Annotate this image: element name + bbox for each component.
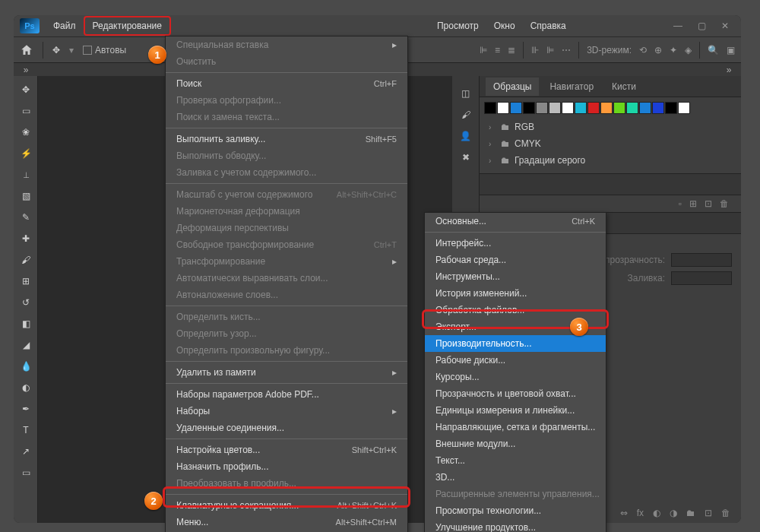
swatch[interactable]: [510, 102, 522, 114]
blur-tool-icon[interactable]: 💧: [14, 356, 38, 377]
folder-cmyk[interactable]: ›🖿CMYK: [484, 135, 736, 152]
folder-icon[interactable]: 🖿: [686, 508, 695, 518]
adjust-icon[interactable]: ◑: [670, 508, 677, 518]
marquee-tool-icon[interactable]: ▭: [14, 100, 38, 122]
panel-icon[interactable]: 🖌: [461, 109, 470, 120]
3d-icon[interactable]: ⊕: [654, 45, 662, 55]
filter-icon[interactable]: ⊞: [689, 198, 697, 209]
menu-item[interactable]: Обработка файлов...: [425, 302, 606, 318]
new-layer-icon[interactable]: ⊡: [705, 508, 712, 518]
menu-item[interactable]: Выполнить заливку...Shift+F5: [166, 131, 407, 147]
folder-grayscale[interactable]: ›🖿Градации серого: [484, 152, 736, 169]
search-icon[interactable]: 🔍: [708, 45, 719, 55]
folder-rgb[interactable]: ›🖿RGB: [484, 119, 736, 135]
swatch[interactable]: [549, 102, 561, 114]
menu-help[interactable]: Справка: [523, 15, 574, 36]
eyedropper-tool-icon[interactable]: ✎: [14, 207, 38, 228]
distribute-icon[interactable]: ⊫: [546, 45, 554, 55]
gradient-tool-icon[interactable]: ◢: [14, 334, 38, 356]
wand-tool-icon[interactable]: ⚡: [14, 143, 38, 164]
stamp-tool-icon[interactable]: ⊞: [14, 271, 38, 292]
menu-item[interactable]: Клавиатурные сокращения...Alt+Shift+Ctrl…: [166, 497, 407, 514]
trash-icon[interactable]: 🗑: [720, 198, 729, 209]
menu-item[interactable]: Рабочая среда...: [425, 252, 606, 268]
swatch[interactable]: [484, 102, 496, 114]
menu-edit[interactable]: Редактирование: [84, 16, 171, 36]
opacity-field[interactable]: [671, 253, 732, 267]
menu-view[interactable]: Просмотр: [429, 15, 486, 36]
new-icon[interactable]: ⊡: [705, 198, 712, 209]
swatch[interactable]: [613, 102, 625, 114]
align-icon[interactable]: ⊫: [480, 45, 487, 55]
menu-item[interactable]: Основные...Ctrl+K: [425, 213, 606, 230]
menu-item[interactable]: Прозрачность и цветовой охват...: [425, 385, 606, 402]
swatch[interactable]: [497, 102, 509, 114]
mask-icon[interactable]: ◐: [653, 508, 660, 518]
swatch[interactable]: [575, 102, 587, 114]
expand-right-icon[interactable]: »: [717, 63, 741, 76]
pen-tool-icon[interactable]: ✒: [14, 398, 38, 420]
3d-icon[interactable]: ◈: [685, 45, 692, 55]
menu-item[interactable]: Удалить из памяти▸: [166, 364, 407, 381]
align-icon[interactable]: ≣: [508, 45, 515, 55]
distribute-icon[interactable]: ⊪: [531, 45, 539, 55]
tab-navigator[interactable]: Навигатор: [542, 78, 601, 96]
brush-tool-icon[interactable]: 🖌: [14, 249, 38, 271]
3d-icon[interactable]: ⟲: [639, 45, 647, 55]
crop-tool-icon[interactable]: ⟂: [14, 164, 38, 185]
menu-item[interactable]: Улучшение продуктов...: [425, 519, 606, 532]
maximize-icon[interactable]: ▢: [698, 21, 706, 31]
swatch[interactable]: [562, 102, 574, 114]
menu-item[interactable]: Рабочие диски...: [425, 352, 606, 369]
menu-item[interactable]: Текст...: [425, 452, 606, 469]
close-icon[interactable]: ✕: [721, 21, 729, 31]
dodge-tool-icon[interactable]: ◐: [14, 377, 38, 398]
menu-item[interactable]: Меню...Alt+Shift+Ctrl+M: [166, 514, 407, 530]
move-tool-icon[interactable]: ✥: [14, 79, 38, 100]
type-tool-icon[interactable]: T: [14, 420, 38, 441]
fx-icon[interactable]: fx: [637, 508, 644, 518]
link-icon[interactable]: ⇔: [620, 508, 628, 518]
swatch[interactable]: [639, 102, 651, 114]
menu-item[interactable]: Производительность...: [425, 335, 606, 352]
panel-icon[interactable]: ◫: [461, 88, 470, 99]
panel-icon[interactable]: ✖: [462, 152, 470, 163]
swatch[interactable]: [587, 102, 600, 114]
menu-item[interactable]: 3D...: [425, 469, 606, 486]
menu-item[interactable]: Курсоры...: [425, 369, 606, 385]
minimize-icon[interactable]: —: [673, 21, 682, 31]
move-tool-icon[interactable]: ✥: [52, 45, 60, 55]
menu-item[interactable]: Инструменты...: [425, 268, 606, 285]
filter-icon[interactable]: ▫: [679, 198, 682, 209]
menu-item[interactable]: Наборы параметров Adobe PDF...: [166, 386, 407, 403]
home-icon[interactable]: [20, 43, 33, 57]
swatch[interactable]: [678, 102, 690, 114]
panel-icon[interactable]: 👤: [460, 131, 471, 141]
menu-item[interactable]: Настройка цветов...Shift+Ctrl+K: [166, 442, 407, 458]
workspace-icon[interactable]: ▣: [727, 45, 735, 55]
3d-icon[interactable]: ✦: [670, 45, 677, 55]
menu-item[interactable]: История изменений...: [425, 285, 606, 302]
heal-tool-icon[interactable]: ✚: [14, 228, 38, 249]
swatch[interactable]: [523, 102, 535, 114]
menu-item[interactable]: Единицы измерения и линейки...: [425, 402, 606, 419]
menu-item[interactable]: Удаленные соединения...: [166, 420, 407, 436]
menu-item[interactable]: Наборы▸: [166, 403, 407, 420]
menu-item[interactable]: ПоискCtrl+F: [166, 75, 407, 92]
menu-item[interactable]: Направляющие, сетка и фрагменты...: [425, 419, 606, 435]
shape-tool-icon[interactable]: ▭: [14, 462, 38, 483]
more-icon[interactable]: ⋯: [562, 45, 571, 55]
swatch[interactable]: [652, 102, 664, 114]
trash-icon[interactable]: 🗑: [721, 508, 730, 518]
menu-item[interactable]: Назначить профиль...: [166, 458, 407, 475]
swatch[interactable]: [600, 102, 613, 114]
menu-item[interactable]: Внешние модули...: [425, 435, 606, 452]
tab-brushes[interactable]: Кисти: [604, 78, 644, 96]
eraser-tool-icon[interactable]: ◧: [14, 313, 38, 334]
auto-select-checkbox[interactable]: Автовы: [83, 45, 126, 55]
swatch[interactable]: [536, 102, 548, 114]
align-icon[interactable]: ≡: [495, 45, 500, 55]
menu-file[interactable]: Файл: [46, 15, 84, 36]
menu-window[interactable]: Окно: [486, 15, 523, 36]
menu-item[interactable]: Просмотры технологии...: [425, 502, 606, 519]
